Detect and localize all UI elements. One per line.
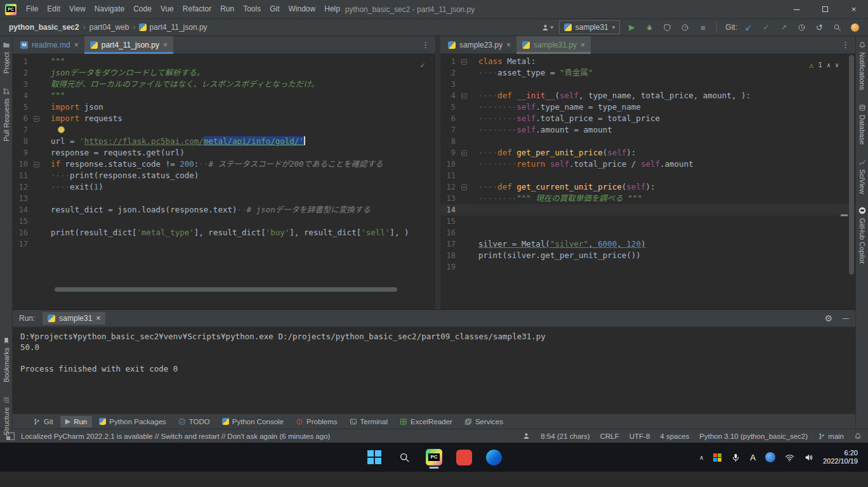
close-tab-icon[interactable]: × [581, 41, 585, 49]
line-number[interactable]: 12 [13, 181, 31, 193]
code-line[interactable]: silver = Metal("silver", 6000, 120) [470, 238, 855, 250]
menu-item-code[interactable]: Code [129, 0, 156, 18]
tray-app-icon[interactable] [713, 453, 721, 462]
code-line[interactable] [42, 238, 435, 250]
code-area-left[interactable]: """jsonデータをダウンロードして解析する。取得元が、ローカルのファイルでは… [42, 54, 435, 309]
tool-window-toggle-icon[interactable] [6, 432, 15, 440]
code-line[interactable]: ····print(response.status_code) [42, 170, 435, 181]
line-number[interactable]: 10 [440, 159, 459, 170]
line-number[interactable]: 18 [440, 250, 459, 261]
code-line[interactable]: response = requests.get(url) [42, 147, 435, 159]
line-number[interactable]: 14 [13, 204, 31, 216]
line-number[interactable]: 15 [440, 216, 459, 227]
hidden-icons-chevron[interactable]: ∧ [699, 454, 704, 461]
notifications-button[interactable] [854, 432, 862, 440]
line-number[interactable]: 19 [440, 261, 459, 273]
tool-strip-button-structure[interactable]: Structure [3, 396, 10, 436]
code-with-me-icon[interactable] [522, 432, 530, 440]
code-line[interactable]: print(result_dict['metal_type'], result_… [42, 227, 435, 238]
code-line[interactable]: ········self.amount = amount [470, 124, 855, 136]
gutter-line[interactable]: 2 [13, 67, 42, 79]
gutter-line[interactable]: 9 [13, 147, 42, 159]
line-number[interactable]: 11 [440, 170, 459, 181]
gutter-line[interactable]: 17 [13, 238, 42, 250]
gutter-line[interactable]: 14 [440, 204, 470, 216]
run-console[interactable]: D:¥projects¥python_basic_sec2¥venv¥Scrip… [13, 327, 855, 413]
code-line[interactable] [470, 261, 855, 273]
vertical-scrollbar[interactable] [849, 55, 854, 275]
interpreter-widget[interactable]: Python 3.10 (python_basic_sec2) [699, 432, 808, 440]
run-button[interactable]: ▶ [624, 20, 640, 35]
line-number[interactable]: 17 [13, 238, 31, 250]
close-tab-icon[interactable]: × [74, 41, 79, 49]
menu-item-vue[interactable]: Vue [156, 0, 178, 18]
code-line[interactable] [470, 79, 855, 90]
code-line[interactable]: result_dict = json.loads(response.text)·… [42, 204, 435, 216]
code-line[interactable]: 取得元が、ローカルのファイルではなく、レスポンスボディとなっただけ。 [42, 79, 435, 90]
gutter-left[interactable]: 123456−78910−11121314151617 [13, 54, 42, 309]
line-number[interactable]: 7 [440, 124, 459, 136]
gutter-line[interactable]: 5 [13, 101, 42, 113]
status-message[interactable]: Localized PyCharm 2022.2.1 is available … [21, 432, 330, 440]
taskbar-red-app-button[interactable] [451, 445, 477, 470]
editor-tab-readme-md[interactable]: Mreadme.md× [15, 36, 84, 53]
fold-marker-icon[interactable]: − [461, 185, 467, 190]
editor-tab-part4-11-json-py[interactable]: part4_11_json.py× [84, 36, 173, 53]
tool-strip-button-pull-requests[interactable]: Pull Requests [3, 88, 10, 141]
line-number[interactable]: 2 [13, 67, 31, 79]
menu-item-refactor[interactable]: Refactor [178, 0, 216, 18]
tool-strip-button-database[interactable]: Database [858, 104, 866, 145]
tool-window-button-python-packages[interactable]: Python Packages [94, 416, 171, 427]
line-number[interactable]: 1 [440, 56, 459, 67]
menu-item-navigate[interactable]: Navigate [90, 0, 129, 18]
git-branch-widget[interactable]: main [818, 432, 844, 440]
menu-item-help[interactable]: Help [320, 0, 345, 18]
breadcrumb-item-part4-11-json-py[interactable]: part4_11_json.py [138, 23, 208, 32]
line-number[interactable]: 12 [440, 181, 459, 193]
line-number[interactable]: 3 [440, 79, 459, 90]
line-number[interactable]: 13 [440, 193, 459, 204]
fold-marker-icon[interactable]: − [461, 150, 467, 156]
start-button[interactable] [362, 445, 387, 470]
fold-marker-icon[interactable]: − [461, 59, 467, 65]
code-line[interactable]: jsonデータをダウンロードして解析する。 [42, 67, 435, 79]
inspection-widget-left[interactable]: ✓ [420, 60, 425, 71]
code-line[interactable] [470, 136, 855, 147]
line-number[interactable]: 13 [13, 193, 31, 204]
breadcrumb-item-part04-web[interactable]: part04_web [88, 23, 131, 32]
code-line[interactable] [470, 170, 855, 181]
line-number[interactable]: 9 [440, 147, 459, 159]
debug-button[interactable] [641, 20, 657, 35]
gutter-line[interactable]: 13 [13, 193, 42, 204]
gutter-line[interactable]: 14 [13, 204, 42, 216]
wifi-icon[interactable] [785, 453, 794, 462]
code-line[interactable] [42, 216, 435, 227]
indent-widget[interactable]: 4 spaces [660, 432, 689, 440]
editor-right[interactable]: 1−234−56789−101112−13141516171819 class … [440, 54, 855, 309]
split-divider[interactable] [435, 36, 440, 309]
line-number[interactable]: 1 [13, 56, 31, 67]
line-number[interactable]: 10 [13, 159, 31, 170]
code-line[interactable]: ········self.total_price = total_price [470, 113, 855, 124]
code-line[interactable]: if response.status_code != 200:··# ステータス… [42, 159, 435, 170]
minimize-button[interactable]: ─ [782, 0, 811, 18]
gutter-line[interactable]: 18 [440, 250, 470, 261]
line-number[interactable]: 8 [440, 136, 459, 147]
tool-strip-button-bookmarks[interactable]: Bookmarks [3, 337, 10, 382]
menu-item-edit[interactable]: Edit [43, 0, 65, 18]
line-number[interactable]: 4 [13, 90, 31, 101]
breadcrumb-item-python-basic-sec2[interactable]: python_basic_sec2 [8, 23, 81, 32]
code-line[interactable]: ········self.type_name = type_name [470, 101, 855, 113]
line-number[interactable]: 6 [13, 113, 31, 124]
volume-icon[interactable] [804, 453, 813, 462]
code-line[interactable]: """ [42, 90, 435, 101]
menu-item-window[interactable]: Window [284, 0, 320, 18]
line-number[interactable]: 11 [13, 170, 31, 181]
gutter-line[interactable]: 4 [13, 90, 42, 101]
run-config-selector[interactable]: sample31 ▾ [559, 20, 621, 34]
tool-window-button-excelreader[interactable]: ExcelReader [395, 416, 457, 427]
rollback-button[interactable]: ↺ [812, 20, 827, 35]
code-line[interactable]: ····def get_current_unit_price(self): [470, 181, 855, 193]
gutter-line[interactable]: 3 [440, 79, 470, 90]
ime-indicator[interactable]: A [750, 453, 756, 462]
